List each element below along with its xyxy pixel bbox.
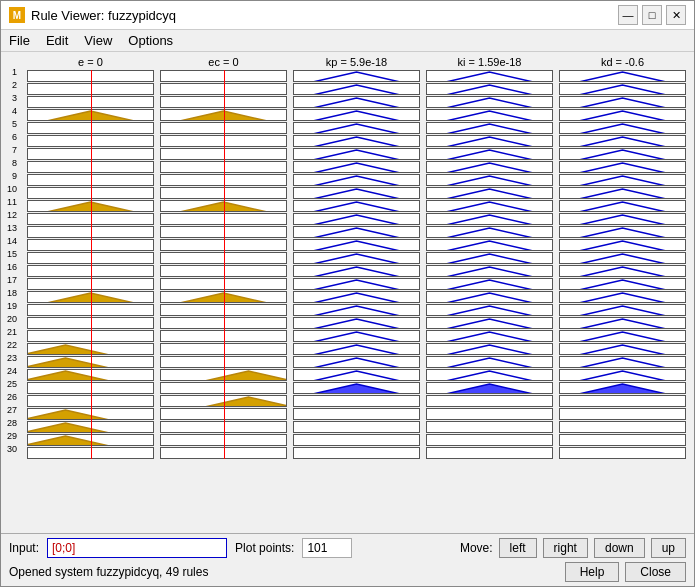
close-button[interactable]: ✕ xyxy=(666,5,686,25)
rule-cell xyxy=(426,317,553,329)
move-left-button[interactable]: left xyxy=(499,538,537,558)
action-buttons: Help Close xyxy=(565,562,686,582)
svg-marker-20 xyxy=(313,150,401,160)
rule-cell xyxy=(293,135,420,147)
help-button[interactable]: Help xyxy=(565,562,620,582)
svg-marker-64 xyxy=(579,72,667,82)
row-number: 18 xyxy=(7,287,19,299)
rule-cell xyxy=(426,161,553,173)
bottom-row1: Input: Plot points: Move: left right dow… xyxy=(9,538,686,558)
svg-marker-59 xyxy=(446,332,534,342)
svg-marker-22 xyxy=(313,176,401,186)
rule-cell xyxy=(426,356,553,368)
row-number: 27 xyxy=(7,404,19,416)
svg-marker-17 xyxy=(313,111,401,121)
rule-cell xyxy=(293,109,420,121)
svg-marker-61 xyxy=(446,358,534,368)
rule-cell xyxy=(559,317,686,329)
svg-marker-53 xyxy=(446,254,534,264)
svg-marker-49 xyxy=(446,202,534,212)
rule-cell xyxy=(293,122,420,134)
rule-cell xyxy=(559,265,686,277)
menu-view[interactable]: View xyxy=(84,33,112,48)
minimize-button[interactable]: — xyxy=(618,5,638,25)
row-number: 21 xyxy=(7,326,19,338)
svg-marker-18 xyxy=(313,124,401,134)
rule-cell xyxy=(293,343,420,355)
col-rules-ki xyxy=(426,70,553,459)
col-wrapper-ki xyxy=(426,70,553,459)
menu-file[interactable]: File xyxy=(9,33,30,48)
svg-marker-81 xyxy=(579,293,667,303)
svg-marker-26 xyxy=(313,228,401,238)
svg-marker-80 xyxy=(579,280,667,290)
svg-marker-3 xyxy=(28,345,109,355)
rule-cell xyxy=(426,382,553,394)
column-kd: kd = -0.6 xyxy=(559,56,686,529)
rule-cell xyxy=(559,343,686,355)
col-header-e: e = 0 xyxy=(78,56,103,68)
rule-cell xyxy=(293,200,420,212)
svg-marker-35 xyxy=(313,345,401,355)
svg-marker-71 xyxy=(579,163,667,173)
rule-cell xyxy=(426,421,553,433)
row-number: 23 xyxy=(7,352,19,364)
input-field[interactable] xyxy=(47,538,227,558)
col-wrapper-e xyxy=(27,70,154,459)
row-number: 19 xyxy=(7,300,19,312)
rule-cell xyxy=(426,278,553,290)
svg-marker-63 xyxy=(446,384,534,394)
rule-cell xyxy=(559,135,686,147)
rule-cell xyxy=(426,304,553,316)
column-ec: ec = 0 xyxy=(160,56,287,529)
svg-marker-74 xyxy=(579,202,667,212)
move-up-button[interactable]: up xyxy=(651,538,686,558)
rule-cell xyxy=(559,96,686,108)
maximize-button[interactable]: □ xyxy=(642,5,662,25)
move-right-button[interactable]: right xyxy=(543,538,588,558)
rule-cell xyxy=(293,239,420,251)
svg-marker-45 xyxy=(446,150,534,160)
svg-marker-25 xyxy=(313,215,401,225)
col-header-ec: ec = 0 xyxy=(208,56,238,68)
rule-cell xyxy=(426,83,553,95)
window-title: Rule Viewer: fuzzypidcyq xyxy=(31,8,176,23)
rule-cell xyxy=(293,213,420,225)
row-number: 9 xyxy=(12,170,19,182)
rule-cell xyxy=(559,421,686,433)
svg-marker-21 xyxy=(313,163,401,173)
column-ki: ki = 1.59e-18 xyxy=(426,56,553,529)
rule-cell xyxy=(426,395,553,407)
rule-cell xyxy=(426,122,553,134)
plot-points-field[interactable] xyxy=(302,538,352,558)
menu-options[interactable]: Options xyxy=(128,33,173,48)
svg-marker-77 xyxy=(579,241,667,251)
title-bar-left: M Rule Viewer: fuzzypidcyq xyxy=(9,7,176,23)
svg-marker-34 xyxy=(313,332,401,342)
rule-cell xyxy=(559,174,686,186)
svg-marker-13 xyxy=(205,397,286,407)
rule-cell xyxy=(559,395,686,407)
svg-marker-14 xyxy=(313,72,401,82)
rule-cell xyxy=(293,356,420,368)
row-number: 17 xyxy=(7,274,19,286)
rule-cell xyxy=(293,317,420,329)
title-controls: — □ ✕ xyxy=(618,5,686,25)
main-window: M Rule Viewer: fuzzypidcyq — □ ✕ File Ed… xyxy=(0,0,695,587)
menu-edit[interactable]: Edit xyxy=(46,33,68,48)
svg-marker-23 xyxy=(313,189,401,199)
menu-bar: File Edit View Options xyxy=(1,30,694,52)
svg-marker-47 xyxy=(446,176,534,186)
col-header-ki: ki = 1.59e-18 xyxy=(458,56,522,68)
rule-cell xyxy=(426,330,553,342)
svg-marker-56 xyxy=(446,293,534,303)
row-number: 25 xyxy=(7,378,19,390)
main-area: 1234567891011121314151617181920212223242… xyxy=(1,52,694,586)
rule-cell xyxy=(559,83,686,95)
move-down-button[interactable]: down xyxy=(594,538,645,558)
move-label: Move: xyxy=(460,541,493,555)
col-rules-kp xyxy=(293,70,420,459)
close-action-button[interactable]: Close xyxy=(625,562,686,582)
rule-cell xyxy=(426,239,553,251)
rule-cell xyxy=(293,148,420,160)
